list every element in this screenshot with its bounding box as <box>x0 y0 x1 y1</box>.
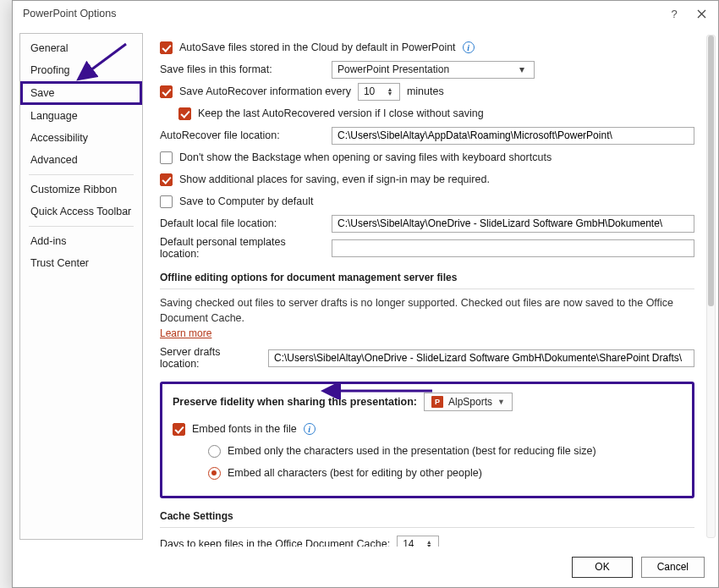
keep-last-checkbox[interactable] <box>178 107 191 120</box>
default-templates-input[interactable] <box>332 239 694 257</box>
cancel-button[interactable]: Cancel <box>641 557 705 578</box>
category-sidebar: General Proofing Save Language Accessibi… <box>19 33 143 540</box>
sidebar-item-quick-access[interactable]: Quick Access Toolbar <box>20 201 142 223</box>
embed-all-label[interactable]: Embed all characters (best for editing b… <box>228 467 482 479</box>
fidelity-highlight: Preserve fidelity when sharing this pres… <box>160 382 694 498</box>
spinner-arrows-icon: ▲▼ <box>425 540 433 547</box>
cache-days-spinner[interactable]: 14 ▲▼ <box>397 536 439 547</box>
autosave-label[interactable]: AutoSave files stored in the Cloud by de… <box>179 41 456 53</box>
title-bar: PowerPoint Options ? <box>13 1 718 26</box>
sidebar-item-save[interactable]: Save <box>20 81 142 105</box>
sidebar-item-proofing[interactable]: Proofing <box>20 59 142 81</box>
embed-all-radio[interactable] <box>208 467 221 480</box>
embed-fonts-checkbox[interactable] <box>173 423 185 436</box>
help-button[interactable]: ? <box>664 3 684 24</box>
offline-deprecated-text: Saving checked out files to server draft… <box>160 296 694 326</box>
backstage-checkbox[interactable] <box>160 151 173 164</box>
server-drafts-input[interactable] <box>268 349 694 367</box>
save-computer-label[interactable]: Save to Computer by default <box>179 195 313 207</box>
save-format-value: PowerPoint Presentation <box>338 63 449 75</box>
presentation-selector[interactable]: P AlpSports ▼ <box>424 393 513 411</box>
autorecover-minutes-spinner[interactable]: 10 ▲▼ <box>358 83 400 101</box>
autorecover-minutes-value: 10 <box>364 85 375 97</box>
presentation-name: AlpSports <box>448 396 492 408</box>
server-drafts-label: Server drafts location: <box>160 346 261 370</box>
chevron-down-icon: ▾ <box>515 63 529 75</box>
sidebar-item-general[interactable]: General <box>20 37 142 59</box>
save-format-select[interactable]: PowerPoint Presentation ▾ <box>332 61 535 79</box>
autorecover-label[interactable]: Save AutoRecover information every <box>179 85 351 97</box>
cache-days-value: 14 <box>403 538 414 547</box>
default-templates-label: Default personal templates location: <box>160 236 325 260</box>
vertical-scrollbar[interactable] <box>706 35 716 538</box>
main-panel: AutoSave files stored in the Cloud by de… <box>143 26 718 547</box>
window-title: PowerPoint Options <box>23 8 657 19</box>
sidebar-item-advanced[interactable]: Advanced <box>20 149 142 171</box>
cache-days-label: Days to keep files in the Office Documen… <box>160 538 390 547</box>
close-button[interactable] <box>691 3 711 24</box>
keep-last-label[interactable]: Keep the last AutoRecovered version if I… <box>198 107 484 119</box>
show-additional-checkbox[interactable] <box>160 173 173 186</box>
sidebar-item-trust-center[interactable]: Trust Center <box>20 252 142 274</box>
info-icon[interactable]: i <box>463 41 475 53</box>
save-format-label: Save files in this format: <box>160 63 325 75</box>
powerpoint-icon: P <box>431 396 443 408</box>
fidelity-section-title: Preserve fidelity when sharing this pres… <box>173 396 417 408</box>
backstage-label[interactable]: Don't show the Backstage when opening or… <box>179 151 552 163</box>
save-computer-checkbox[interactable] <box>160 195 173 208</box>
show-additional-label[interactable]: Show additional places for saving, even … <box>179 173 490 185</box>
ok-button[interactable]: OK <box>572 557 632 578</box>
autorecover-checkbox[interactable] <box>160 85 173 98</box>
cache-section-title: Cache Settings <box>160 510 694 522</box>
dialog-footer: OK Cancel <box>13 547 718 587</box>
offline-section-title: Offline editing options for document man… <box>160 272 694 283</box>
sidebar-item-accessibility[interactable]: Accessibility <box>20 127 142 149</box>
learn-more-link[interactable]: Learn more <box>160 327 211 339</box>
autorecover-loc-label: AutoRecover file location: <box>160 129 325 141</box>
scrollbar-thumb[interactable] <box>708 36 714 306</box>
chevron-down-icon: ▼ <box>497 398 505 406</box>
info-icon[interactable]: i <box>304 423 316 435</box>
embed-fonts-label[interactable]: Embed fonts in the file <box>192 423 297 435</box>
autorecover-loc-input[interactable] <box>332 127 694 145</box>
sidebar-item-customize-ribbon[interactable]: Customize Ribbon <box>20 179 142 201</box>
options-dialog: PowerPoint Options ? General Proofing Sa… <box>12 0 719 588</box>
embed-only-radio[interactable] <box>208 445 221 458</box>
minutes-suffix: minutes <box>407 85 444 97</box>
sidebar-item-language[interactable]: Language <box>20 105 142 127</box>
default-local-input[interactable] <box>332 215 694 233</box>
spinner-arrows-icon: ▲▼ <box>386 87 394 96</box>
close-icon <box>697 9 706 19</box>
autosave-checkbox[interactable] <box>160 41 173 54</box>
embed-only-label[interactable]: Embed only the characters used in the pr… <box>228 445 596 457</box>
save-options-content: AutoSave files stored in the Cloud by de… <box>160 35 700 547</box>
default-local-label: Default local file location: <box>160 217 325 229</box>
sidebar-item-addins[interactable]: Add-ins <box>20 230 142 252</box>
